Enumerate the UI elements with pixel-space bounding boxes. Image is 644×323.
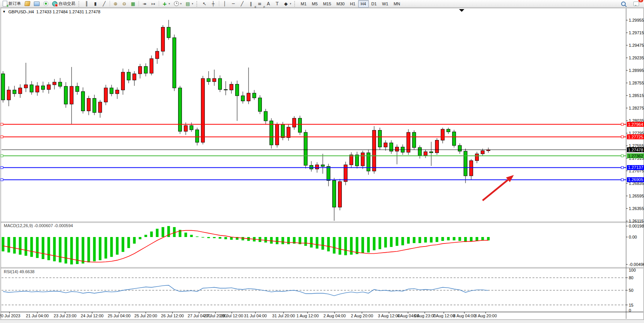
bar-chart-mode-button[interactable]: ║ [82,0,91,8]
tile-windows-button[interactable]: ▦ [129,0,137,8]
horizontal-line-button[interactable]: ─ [229,0,238,8]
zoom-out-icon: ⊖ [122,1,127,6]
candle-body [76,86,79,92]
line-chart-mode-button[interactable]: ╱ [100,0,108,8]
line-handle[interactable] [1,166,3,169]
horizontal-line-icon: ─ [231,1,236,6]
zoom-out-button[interactable]: ⊖ [120,0,129,8]
templates-button[interactable]: ▤▾ [183,0,195,8]
candle-body [156,51,159,59]
line-handle[interactable] [621,155,623,157]
macd-histogram-bar [42,237,45,259]
candle-body [53,82,56,85]
line-handle[interactable] [1,155,3,157]
candle-body [241,96,245,101]
macd-histogram-bar [65,237,67,264]
macd-histogram-bar [390,237,393,247]
line-handle[interactable] [621,123,623,126]
time-tick-label: 1 Aug 12:00 [296,313,319,318]
candle-body [447,129,450,132]
crosshair-icon: ┼ [211,1,216,6]
tf-h4-button[interactable]: H4 [358,0,369,8]
macd-histogram-bar [459,237,461,241]
vertical-line-button[interactable]: │ [220,0,229,8]
cursor-button[interactable]: ↖ [200,0,209,8]
macd-histogram-bar [356,237,359,254]
candle-body [59,82,62,86]
price-tick-label: 1.29235 [629,56,644,60]
candle-body [418,148,422,156]
time-tick-label: 20 Jul 2023 [0,313,20,318]
macd-histogram-bar [122,237,124,252]
candle-body [81,92,85,111]
candle-body [424,152,427,156]
auto-scroll-button[interactable]: ↠ [140,0,149,8]
candle-body [36,86,39,92]
candle-body [361,153,365,166]
toolbar-separator [219,1,219,6]
autotrading-button[interactable]: 自动交易 [50,0,77,8]
text-label-button[interactable]: T [273,0,282,8]
signals-button[interactable] [41,0,50,8]
price-level-badge-text: 1.27725 [628,135,643,139]
tf-d1-button[interactable]: D1 [369,0,379,8]
macd-histogram-bar [128,237,130,248]
periods-button[interactable]: ▾ [172,0,184,8]
crosshair-button[interactable]: ┼ [209,0,218,8]
line-handle[interactable] [621,136,623,138]
macd-histogram-bar [396,237,399,246]
tf-m5-button[interactable]: M5 [309,0,320,8]
line-handle[interactable] [621,166,623,169]
text-button[interactable]: A [264,0,273,8]
chart-shift-button[interactable]: ↦ [149,0,158,8]
indicators-button[interactable]: +▾ [160,0,172,8]
fibonacci-button[interactable]: ≡F [255,0,264,8]
macd-histogram-bar [133,237,136,243]
macd-histogram-bar [402,237,404,245]
tf-h1-button[interactable]: H1 [347,0,358,8]
candle-body [150,59,153,73]
new-order-button[interactable]: 新订单 [1,0,23,8]
chart-window-button[interactable] [32,0,41,8]
candle-body [407,132,410,152]
signals-icon [43,1,48,6]
candle-body [213,78,216,81]
equidistant-channel-icon: ∥ [249,1,253,6]
macd-histogram-bar [53,237,56,261]
time-tick-label: 31 Jul 04:00 [244,313,267,318]
time-tick-label: 23 Jul 23:00 [54,313,77,318]
tf-mn-label: MN [394,2,400,6]
time-tick-label: 8 Aug 20:00 [475,313,497,318]
macd-histogram-bar [282,237,284,244]
candle-body [464,151,467,176]
line-handle[interactable] [621,178,623,181]
trendline-button[interactable]: ╱ [238,0,247,8]
chart-title: GBPUSD-,H4 1.27433 1.27484 1.27431 1.274… [8,10,100,14]
one-click-trading-caret-icon[interactable]: ▼ [3,10,5,13]
macd-histogram-bar [453,237,456,240]
tf-m1-button[interactable]: M1 [298,0,309,8]
chart-canvas[interactable]: 1.299551.297151.294751.292351.289951.287… [0,0,644,323]
macd-histogram-bar [270,237,273,243]
tf-mn-button[interactable]: MN [391,0,403,8]
line-handle[interactable] [1,123,3,126]
tf-h1-label: H1 [350,2,355,6]
line-handle[interactable] [1,136,3,138]
macd-histogram-bar [110,237,113,257]
price-level-badge-text: 1.26905 [628,177,643,182]
equidistant-channel-button[interactable]: ∥E [247,0,255,8]
search-button[interactable] [619,0,628,8]
tf-w1-button[interactable]: W1 [379,0,391,8]
tf-m15-button[interactable]: M15 [320,0,334,8]
notifications-button[interactable]: 1 [631,0,641,8]
market-watch-button[interactable] [23,0,32,8]
zoom-in-button[interactable]: ⊕ [111,0,120,8]
tf-h4-label: H4 [361,2,366,6]
line-handle[interactable] [1,178,3,181]
candle-body [350,155,353,165]
tf-m15-label: M15 [323,2,331,6]
candlestick-mode-button[interactable]: ▮ [91,0,100,8]
candle-body [258,98,262,111]
tf-m30-button[interactable]: M30 [334,0,347,8]
arrows-button[interactable]: ◆▾ [282,0,293,8]
